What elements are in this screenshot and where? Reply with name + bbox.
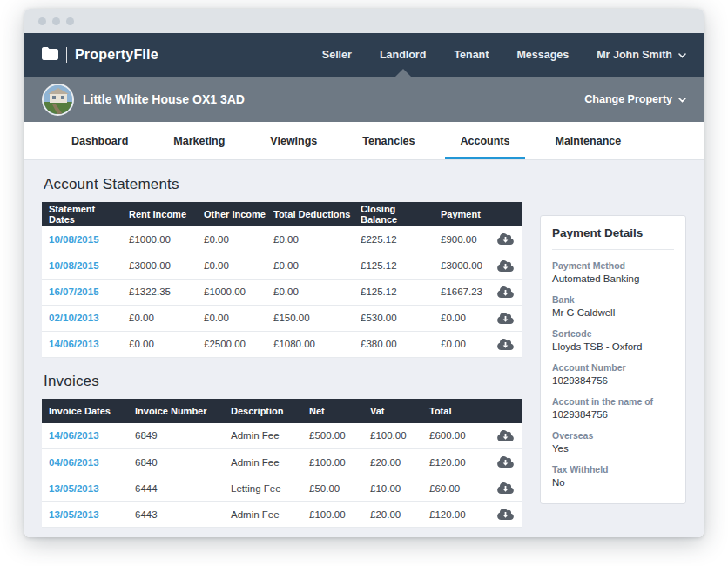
closing-cell: £225.12 bbox=[354, 226, 434, 253]
field-value: Lloyds TSB - Oxford bbox=[552, 341, 674, 352]
payment-cell: £0.00 bbox=[434, 305, 488, 331]
field-label: Tax Withheld bbox=[552, 464, 674, 475]
col-invoice-dates: Invoice Dates bbox=[42, 399, 128, 423]
nav-link-tenant[interactable]: Tenant bbox=[440, 33, 502, 77]
statements-heading: Account Statements bbox=[44, 176, 522, 193]
total-cell: £120.00 bbox=[422, 449, 488, 475]
date-link[interactable]: 02/10/2013 bbox=[42, 305, 122, 331]
download-cell bbox=[488, 279, 522, 305]
col-net: Net bbox=[302, 399, 363, 423]
property-avatar[interactable] bbox=[42, 84, 74, 116]
statements-table: Statement Dates Rent Income Other Income… bbox=[42, 202, 522, 358]
cloud-download-icon[interactable] bbox=[496, 286, 515, 299]
download-cell bbox=[488, 226, 522, 253]
payment-detail-field: OverseasYes bbox=[552, 430, 674, 454]
field-label: Sortcode bbox=[552, 328, 674, 339]
cloud-download-icon[interactable] bbox=[496, 232, 515, 246]
nav-link-messages[interactable]: Messages bbox=[502, 33, 583, 77]
cloud-download-icon[interactable] bbox=[496, 312, 515, 325]
other-cell: £1000.00 bbox=[197, 279, 266, 305]
date-link[interactable]: 16/07/2015 bbox=[42, 279, 122, 305]
cloud-download-icon[interactable] bbox=[496, 455, 515, 468]
date-link[interactable]: 13/05/2013 bbox=[42, 475, 128, 502]
vat-cell: £100.00 bbox=[363, 423, 422, 449]
main-column: Account Statements Statement Dates Rent … bbox=[42, 176, 522, 537]
cloud-download-icon[interactable] bbox=[496, 338, 515, 351]
user-name: Mr John Smith bbox=[597, 49, 672, 61]
description-cell: Admin Fee bbox=[224, 502, 302, 528]
cloud-download-icon[interactable] bbox=[496, 508, 515, 521]
col-other-income: Other Income bbox=[197, 202, 266, 226]
chevron-down-icon bbox=[678, 93, 686, 105]
rent-cell: £1322.35 bbox=[122, 279, 197, 305]
payment-detail-field: BankMr G Caldwell bbox=[552, 294, 674, 318]
other-cell: £0.00 bbox=[197, 305, 266, 331]
tab-accounts[interactable]: Accounts bbox=[438, 122, 533, 159]
statements-body: 10/08/2015£1000.00£0.00£0.00£225.12£900.… bbox=[42, 226, 522, 357]
col-vat: Vat bbox=[363, 399, 422, 423]
invoices-table: Invoice Dates Invoice Number Description… bbox=[42, 399, 522, 529]
cloud-download-icon[interactable] bbox=[496, 482, 515, 495]
statement-row: 16/07/2015£1322.35£1000.00£0.00£125.12£1… bbox=[42, 279, 522, 305]
tab-dashboard[interactable]: Dashboard bbox=[49, 122, 151, 159]
nav-link-landlord[interactable]: Landlord bbox=[366, 33, 440, 77]
nav-link-landlord-label: Landlord bbox=[380, 49, 426, 61]
deductions-cell: £0.00 bbox=[266, 279, 354, 305]
closing-cell: £530.00 bbox=[354, 305, 434, 331]
number-cell: 6840 bbox=[128, 449, 224, 475]
date-link[interactable]: 13/05/2013 bbox=[42, 502, 128, 528]
field-label: Payment Method bbox=[552, 260, 674, 271]
invoices-heading: Invoices bbox=[44, 373, 522, 390]
col-download bbox=[488, 399, 522, 423]
field-label: Account in the name of bbox=[552, 396, 674, 407]
folder-icon bbox=[42, 47, 58, 64]
description-cell: Admin Fee bbox=[224, 423, 302, 449]
top-navbar: PropertyFile Seller Landlord Tenant Mess… bbox=[24, 33, 704, 77]
col-total: Total bbox=[422, 399, 488, 423]
tab-viewings[interactable]: Viewings bbox=[247, 122, 340, 159]
rent-cell: £3000.00 bbox=[122, 253, 197, 279]
vat-cell: £10.00 bbox=[363, 475, 422, 502]
tab-tenancies[interactable]: Tenancies bbox=[340, 122, 437, 159]
statement-row: 10/08/2015£1000.00£0.00£0.00£225.12£900.… bbox=[42, 226, 522, 253]
payment-detail-field: Account Number1029384756 bbox=[552, 362, 674, 386]
payment-cell: £900.00 bbox=[434, 226, 488, 253]
chevron-down-icon bbox=[678, 49, 686, 61]
net-cell: £100.00 bbox=[302, 502, 363, 528]
payment-details-panel: Payment Details Payment MethodAutomated … bbox=[540, 215, 686, 504]
deductions-cell: £0.00 bbox=[266, 226, 354, 253]
payment-detail-field: Payment MethodAutomated Banking bbox=[552, 260, 674, 284]
brand[interactable]: PropertyFile bbox=[42, 33, 158, 77]
payment-details-fields: Payment MethodAutomated BankingBankMr G … bbox=[552, 260, 674, 488]
date-link[interactable]: 04/06/2013 bbox=[42, 449, 128, 475]
cloud-download-icon[interactable] bbox=[496, 259, 515, 273]
window-minimize-dot[interactable] bbox=[52, 17, 60, 25]
field-value: No bbox=[552, 477, 674, 488]
payment-detail-field: SortcodeLloyds TSB - Oxford bbox=[552, 328, 674, 352]
user-menu[interactable]: Mr John Smith bbox=[583, 33, 686, 77]
rent-cell: £0.00 bbox=[122, 331, 197, 357]
change-property-button[interactable]: Change Property bbox=[584, 93, 686, 105]
tab-marketing[interactable]: Marketing bbox=[151, 122, 247, 159]
payment-detail-field: Tax WithheldNo bbox=[552, 464, 674, 488]
col-description: Description bbox=[224, 399, 302, 423]
total-cell: £120.00 bbox=[422, 502, 488, 528]
total-cell: £600.00 bbox=[422, 423, 488, 449]
window-maximize-dot[interactable] bbox=[66, 17, 74, 25]
deductions-cell: £0.00 bbox=[266, 253, 354, 279]
date-link[interactable]: 14/06/2013 bbox=[42, 331, 122, 357]
deductions-cell: £1080.00 bbox=[266, 331, 354, 357]
payment-detail-field: Account in the name of1029384756 bbox=[552, 396, 674, 420]
cloud-download-icon[interactable] bbox=[496, 429, 515, 442]
date-link[interactable]: 14/06/2013 bbox=[42, 423, 128, 449]
date-link[interactable]: 10/08/2015 bbox=[42, 253, 122, 279]
invoice-row: 13/05/20136443Admin Fee£100.00£20.00£120… bbox=[42, 502, 522, 528]
col-closing-balance: Closing Balance bbox=[354, 202, 434, 226]
window-close-dot[interactable] bbox=[38, 17, 46, 25]
date-link[interactable]: 10/08/2015 bbox=[42, 226, 122, 253]
download-cell bbox=[488, 305, 522, 331]
tab-maintenance[interactable]: Maintenance bbox=[532, 122, 644, 159]
nav-link-seller[interactable]: Seller bbox=[308, 33, 366, 77]
invoices-body: 14/06/20136849Admin Fee£500.00£100.00£60… bbox=[42, 423, 522, 528]
number-cell: 6443 bbox=[128, 502, 224, 528]
